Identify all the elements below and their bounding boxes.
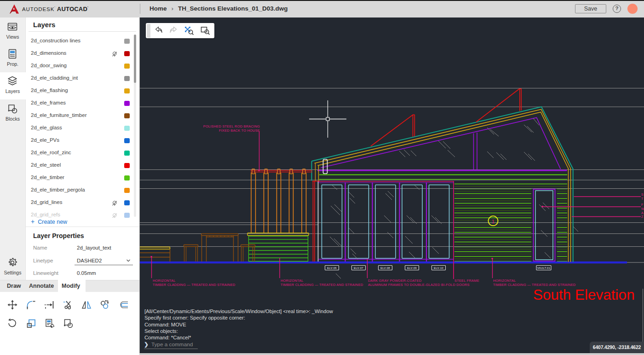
svg-text:ELV-09: ELV-09 xyxy=(407,267,417,269)
svg-text:Z: Z xyxy=(641,215,644,219)
svg-text:T: T xyxy=(641,197,644,201)
svg-text:ELV-06: ELV-06 xyxy=(327,267,337,269)
svg-text:FIXED BACK TO HOUSE: FIXED BACK TO HOUSE xyxy=(219,128,260,133)
svg-text:TIMBER CLADDING — TREATED AN: TIMBER CLADDING — TREATED AND STRAINED xyxy=(281,283,363,287)
svg-text:TIMBER CLADDING — TREATED AN: TIMBER CLADDING — TREATED AND STRAINED xyxy=(153,283,236,287)
svg-text:ALUMINUM FRAMES TO DOUBLE-GLAZ: ALUMINUM FRAMES TO DOUBLE-GLAZED BI-FOLD… xyxy=(368,283,470,287)
svg-text:ELV-08: ELV-08 xyxy=(380,267,390,269)
svg-text:HORIZONTAL: HORIZONTAL xyxy=(153,279,176,283)
svg-text:STEEL FRAME: STEEL FRAME xyxy=(454,279,479,283)
svg-text:South Elevation: South Elevation xyxy=(533,286,635,303)
svg-text:ELV-07: ELV-07 xyxy=(354,267,363,269)
svg-text:HORIZONTAL: HORIZONTAL xyxy=(281,279,304,283)
svg-text:POLISHED STEEL ROD BRACING: POLISHED STEEL ROD BRACING xyxy=(203,124,260,128)
svg-text:S: S xyxy=(641,192,644,197)
svg-text:HORIZONTAL: HORIZONTAL xyxy=(493,279,516,283)
svg-text:VAULT-01: VAULT-01 xyxy=(537,267,551,269)
svg-text:1: 1 xyxy=(492,219,494,224)
svg-text:F: F xyxy=(641,203,644,207)
svg-text:DARK GRAY POWDER-COATED: DARK GRAY POWDER-COATED xyxy=(368,279,422,283)
svg-text:ELV-10: ELV-10 xyxy=(434,267,443,269)
